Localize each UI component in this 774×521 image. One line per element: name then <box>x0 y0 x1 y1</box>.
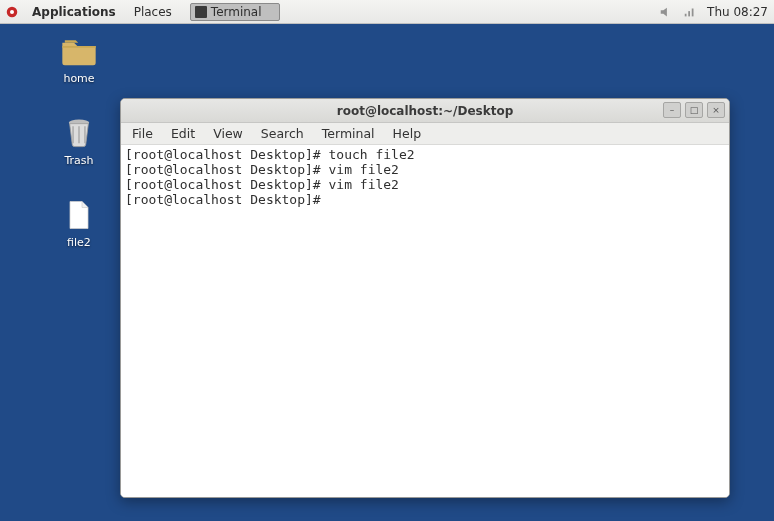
folder-home-icon <box>59 34 99 68</box>
minimize-button[interactable]: – <box>663 102 681 118</box>
window-title: root@localhost:~/Desktop <box>121 104 729 118</box>
desktop-icon-label: home <box>63 72 94 85</box>
taskbar-terminal-button[interactable]: Terminal <box>190 3 280 21</box>
panel-left: Applications Places Terminal <box>4 2 280 22</box>
menu-view[interactable]: View <box>204 123 252 144</box>
desktop[interactable]: home Trash file2 root@localhost:~/Deskto… <box>0 24 774 521</box>
svg-point-1 <box>10 9 14 13</box>
close-button[interactable]: × <box>707 102 725 118</box>
svg-rect-4 <box>692 8 694 16</box>
menu-search[interactable]: Search <box>252 123 313 144</box>
panel-right: Thu 08:27 <box>659 5 770 19</box>
top-panel: Applications Places Terminal Thu 08:27 <box>0 0 774 24</box>
menu-file[interactable]: File <box>123 123 162 144</box>
desktop-icon-file2[interactable]: file2 <box>44 198 114 249</box>
menu-edit[interactable]: Edit <box>162 123 204 144</box>
terminal-line: [root@localhost Desktop]# <box>125 192 725 207</box>
places-menu[interactable]: Places <box>126 2 180 22</box>
taskbar-label: Terminal <box>211 5 262 19</box>
terminal-line: [root@localhost Desktop]# vim file2 <box>125 162 725 177</box>
desktop-icon-label: file2 <box>67 236 91 249</box>
distro-logo-icon <box>4 4 20 20</box>
desktop-icon-trash[interactable]: Trash <box>44 116 114 167</box>
terminal-menubar: File Edit View Search Terminal Help <box>121 123 729 145</box>
desktop-icon-label: Trash <box>64 154 93 167</box>
window-controls: – □ × <box>663 102 725 118</box>
terminal-icon <box>195 6 207 18</box>
desktop-icon-home[interactable]: home <box>44 34 114 85</box>
terminal-line: [root@localhost Desktop]# touch file2 <box>125 147 725 162</box>
menu-help[interactable]: Help <box>384 123 431 144</box>
trash-icon <box>59 116 99 150</box>
file-icon <box>59 198 99 232</box>
network-icon[interactable] <box>683 5 697 19</box>
clock[interactable]: Thu 08:27 <box>707 5 768 19</box>
terminal-output[interactable]: [root@localhost Desktop]# touch file2[ro… <box>121 145 729 497</box>
menu-terminal[interactable]: Terminal <box>313 123 384 144</box>
terminal-line: [root@localhost Desktop]# vim file2 <box>125 177 725 192</box>
terminal-window: root@localhost:~/Desktop – □ × File Edit… <box>120 98 730 498</box>
svg-rect-3 <box>688 11 690 16</box>
maximize-button[interactable]: □ <box>685 102 703 118</box>
svg-rect-2 <box>685 13 687 16</box>
applications-menu[interactable]: Applications <box>24 2 124 22</box>
volume-icon[interactable] <box>659 5 673 19</box>
window-titlebar[interactable]: root@localhost:~/Desktop – □ × <box>121 99 729 123</box>
